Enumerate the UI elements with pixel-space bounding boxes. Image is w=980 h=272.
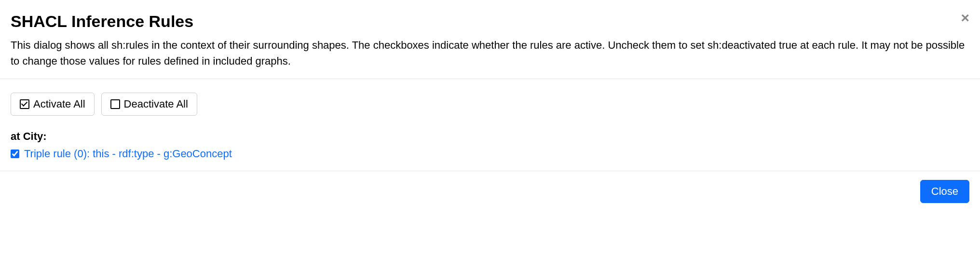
deactivate-all-label: Deactivate All — [124, 98, 188, 110]
shape-heading: at City: — [11, 130, 969, 143]
dialog-footer: Close — [0, 171, 980, 212]
dialog-description: This dialog shows all sh:rules in the co… — [11, 37, 969, 69]
rule-link[interactable]: Triple rule (0): this - rdf:type - g:Geo… — [24, 148, 232, 160]
dialog-title: SHACL Inference Rules — [11, 12, 969, 31]
close-icon[interactable]: × — [961, 11, 969, 25]
shacl-inference-dialog: SHACL Inference Rules × This dialog show… — [0, 0, 980, 212]
dialog-body: Activate All Deactivate All at City: Tri… — [0, 79, 980, 171]
rule-checkbox[interactable] — [11, 150, 19, 158]
deactivate-all-button[interactable]: Deactivate All — [101, 93, 197, 116]
dialog-header: SHACL Inference Rules × This dialog show… — [0, 0, 980, 79]
rule-row: Triple rule (0): this - rdf:type - g:Geo… — [11, 148, 969, 160]
shape-section: at City: Triple rule (0): this - rdf:typ… — [11, 130, 969, 160]
action-button-row: Activate All Deactivate All — [11, 93, 969, 116]
checkbox-checked-icon — [20, 99, 29, 109]
activate-all-button[interactable]: Activate All — [11, 93, 95, 116]
close-button[interactable]: Close — [920, 180, 969, 203]
checkbox-empty-icon — [110, 99, 120, 109]
activate-all-label: Activate All — [33, 98, 85, 110]
